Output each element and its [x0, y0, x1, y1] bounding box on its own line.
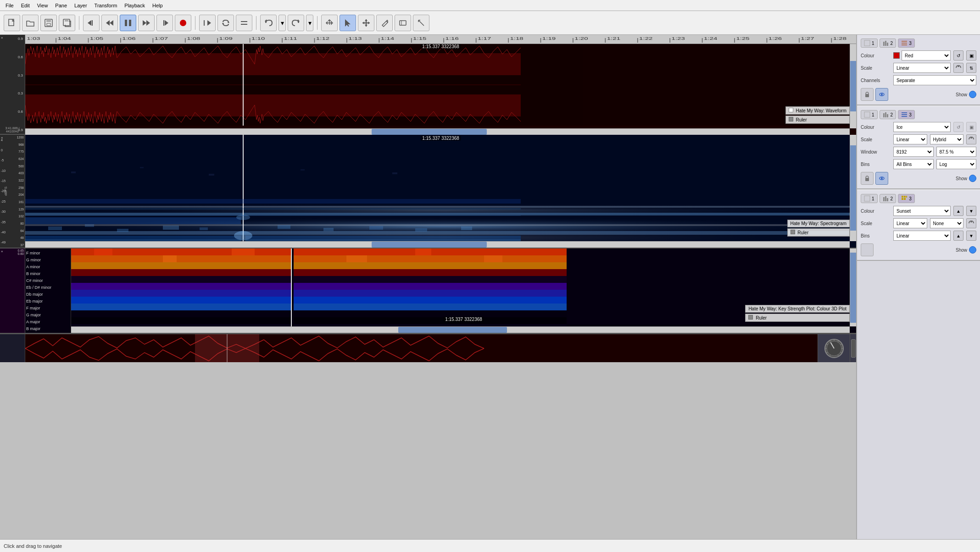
- end-button[interactable]: [156, 15, 173, 31]
- window-select-2[interactable]: 87.5 %: [936, 147, 977, 157]
- loop-start-button[interactable]: [199, 15, 216, 31]
- hscroll-thumb-2[interactable]: [372, 242, 487, 248]
- panel3-tab-1[interactable]: 1: [861, 194, 878, 203]
- channels-select-1[interactable]: Separate: [893, 75, 976, 85]
- shuffle-button[interactable]: [236, 15, 252, 31]
- colour-edit-1[interactable]: ▣: [966, 50, 976, 61]
- colour-select-3[interactable]: Sunset: [893, 206, 951, 216]
- menu-help[interactable]: Help: [149, 2, 167, 9]
- panel3-tab-2[interactable]: 2: [880, 194, 896, 203]
- rewind-button[interactable]: [83, 15, 100, 31]
- panel1-eye-btn[interactable]: [875, 88, 888, 101]
- window-select-1[interactable]: 8192: [893, 147, 934, 157]
- redo-button[interactable]: [288, 15, 304, 31]
- panel1-tab-2[interactable]: 2: [880, 39, 896, 48]
- erase-tool[interactable]: [395, 15, 411, 31]
- panel3-lock-btn[interactable]: [861, 243, 874, 256]
- menu-playback[interactable]: Playback: [121, 2, 149, 9]
- save-as-button[interactable]: [59, 15, 75, 31]
- undo-button[interactable]: [260, 15, 277, 31]
- track1-close[interactable]: ×: [1, 36, 3, 40]
- right-ctrl[interactable]: [850, 334, 856, 362]
- menu-view[interactable]: View: [33, 2, 52, 9]
- undo-dropdown[interactable]: ▾: [278, 15, 286, 31]
- draw-tool[interactable]: [376, 15, 393, 31]
- bins-select-2a[interactable]: All Bins: [893, 159, 934, 169]
- scale-select-1[interactable]: Linear: [893, 63, 951, 73]
- spectrogram-canvas[interactable]: Hate My Way: Spectrogram Ruler 1:15.337 …: [25, 135, 856, 248]
- menu-layer[interactable]: Layer: [71, 2, 91, 9]
- loop-button[interactable]: [217, 15, 234, 31]
- vscroll-thumb-3[interactable]: [850, 253, 856, 323]
- scale-select-3b[interactable]: None: [930, 218, 964, 228]
- panel3-tab-3[interactable]: 3: [898, 194, 915, 203]
- hscroll-thumb-1[interactable]: [372, 129, 487, 135]
- panel1-lock-btn[interactable]: [861, 88, 874, 101]
- colour-select-2[interactable]: Ice: [893, 122, 951, 132]
- bins-select-2b[interactable]: Log: [936, 159, 977, 169]
- hscroll-1[interactable]: [25, 128, 850, 135]
- vscroll-2[interactable]: [850, 135, 856, 241]
- menu-pane[interactable]: Pane: [51, 2, 71, 9]
- menu-transform[interactable]: Transform: [91, 2, 121, 9]
- colour-select-1[interactable]: Red: [902, 50, 951, 61]
- move-tool[interactable]: [358, 15, 374, 31]
- track1-y3: 0.3: [1, 73, 24, 77]
- waveform-canvas[interactable]: 1:03 1:04 1:05 1:06 1:07 1:08: [25, 35, 856, 135]
- scale-refresh-1[interactable]: [953, 63, 963, 73]
- track1-info: Hate My Way: Waveform Ruler: [785, 106, 850, 124]
- new-button[interactable]: [4, 15, 20, 31]
- bins-up-3[interactable]: ▲: [953, 231, 963, 241]
- mini-waveform[interactable]: [25, 334, 818, 362]
- vscroll-3[interactable]: [850, 248, 856, 326]
- track3-close[interactable]: ×: [1, 249, 3, 254]
- menu-file[interactable]: File: [2, 2, 17, 9]
- scale-select-2b[interactable]: Hybrid: [930, 134, 964, 144]
- vscroll-thumb-1[interactable]: [850, 61, 856, 111]
- scale-select-2a[interactable]: Linear: [893, 134, 927, 144]
- menu-edit[interactable]: Edit: [17, 2, 33, 9]
- scale-refresh-3[interactable]: [966, 218, 976, 228]
- volume-knob[interactable]: [823, 337, 846, 360]
- pan-tool[interactable]: [321, 15, 338, 31]
- colour-up-3[interactable]: ▲: [953, 206, 963, 216]
- scale-arrow-1[interactable]: ⇅: [966, 63, 976, 73]
- svg-rect-10: [125, 20, 127, 26]
- right-slider[interactable]: [851, 339, 856, 358]
- hscroll-thumb-3[interactable]: [398, 327, 507, 333]
- hscroll-2[interactable]: [25, 241, 850, 248]
- record-button[interactable]: [175, 15, 191, 31]
- measure-tool[interactable]: [413, 15, 429, 31]
- select-tool[interactable]: [340, 15, 356, 31]
- bins-down-3[interactable]: ▼: [966, 231, 976, 241]
- vscroll-thumb-2[interactable]: [850, 145, 856, 231]
- redo-dropdown[interactable]: ▾: [306, 15, 313, 31]
- keystrength-canvas[interactable]: Hate My Way: Key Strength Plot: Colour 3…: [71, 248, 856, 333]
- colour-refresh-2[interactable]: ↺: [953, 122, 963, 132]
- panel1-show-indicator[interactable]: [969, 91, 976, 98]
- panel2-eye-btn[interactable]: [875, 172, 888, 185]
- panel2-tab-1[interactable]: 1: [861, 110, 878, 119]
- panel3-show-indicator[interactable]: [969, 246, 976, 254]
- step-back-button[interactable]: [101, 15, 118, 31]
- colour-down-3[interactable]: ▼: [966, 206, 976, 216]
- svg-text:1:15: 1:15: [413, 36, 426, 41]
- play-pause-button[interactable]: [120, 15, 136, 31]
- hscroll-3[interactable]: [71, 326, 850, 333]
- save-button[interactable]: [40, 15, 57, 31]
- open-button[interactable]: [22, 15, 39, 31]
- panel1-tab-1[interactable]: 1: [861, 39, 878, 48]
- panel2-show-indicator[interactable]: [969, 175, 976, 182]
- panel1-tab-3[interactable]: 3: [898, 39, 915, 48]
- colour-edit-2[interactable]: ▣: [966, 122, 976, 132]
- panel2-tab-2[interactable]: 2: [880, 110, 896, 119]
- panel2-tab-3[interactable]: 3: [898, 110, 915, 119]
- colour-refresh-1[interactable]: ↺: [953, 50, 963, 61]
- panel1-colour-row: Colour Red ↺ ▣: [861, 50, 976, 61]
- step-fwd-button[interactable]: [138, 15, 155, 31]
- panel2-lock-btn[interactable]: [861, 172, 874, 185]
- scale-refresh-2[interactable]: [966, 134, 976, 144]
- vscroll-1[interactable]: [850, 44, 856, 128]
- bins-select-3[interactable]: Linear: [893, 231, 951, 241]
- scale-select-3a[interactable]: Linear: [893, 218, 927, 228]
